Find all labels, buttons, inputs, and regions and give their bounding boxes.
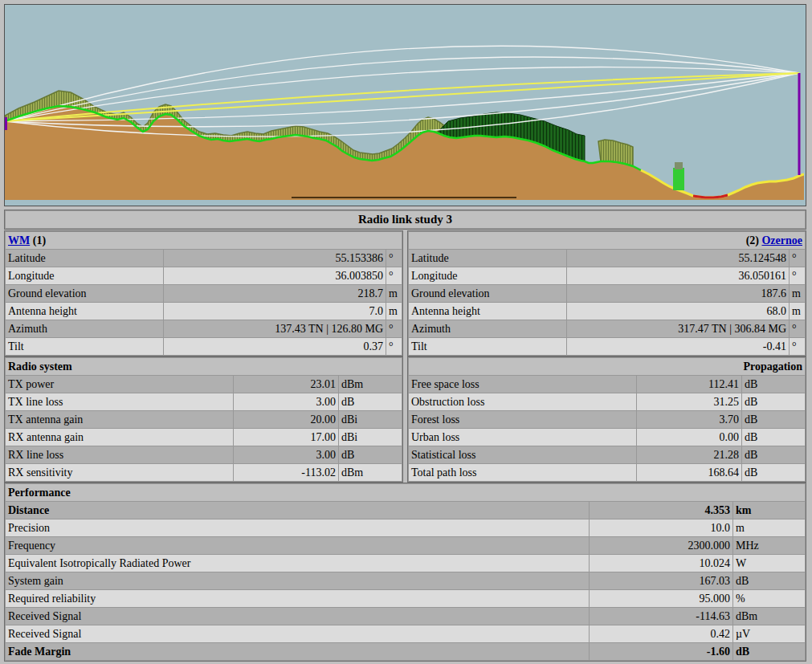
row-unit: km	[733, 502, 805, 519]
site-link-wm[interactable]: WM	[8, 234, 30, 246]
propagation-row: Obstruction loss 31.25 dB	[409, 393, 805, 410]
site-row: Tilt 0.37 °	[6, 338, 402, 355]
row-label: Tilt	[409, 338, 566, 355]
site-row: Latitude 55.124548 °	[409, 250, 805, 267]
row-label: RX sensitivity	[6, 464, 233, 481]
row-unit: °	[790, 267, 805, 284]
radio-system-row: TX line loss 3.00 dB	[6, 393, 402, 410]
row-unit: dBi	[339, 411, 402, 428]
radio-system-table: Radio system TX power 23.01 dBm TX line …	[4, 356, 403, 483]
performance-row: Frequency 2300.000 MHz	[6, 537, 805, 554]
row-value: 17.00	[234, 429, 338, 446]
row-label: Azimuth	[6, 320, 163, 337]
row-label: TX power	[6, 376, 233, 393]
row-value: 3.00	[234, 446, 338, 463]
row-unit: dB	[742, 376, 805, 393]
section-title: Performance	[6, 484, 805, 501]
row-unit: W	[733, 555, 805, 572]
row-label: RX line loss	[6, 446, 233, 463]
propagation-table: Propagation Free space loss 112.41 dB Ob…	[407, 356, 806, 483]
row-unit: °	[386, 267, 402, 284]
propagation-row: Forest loss 3.70 dB	[409, 411, 805, 428]
row-value: 187.6	[567, 285, 789, 302]
row-value: 317.47 TN | 306.84 MG	[567, 320, 789, 337]
row-label: Precision	[6, 519, 589, 536]
row-value: 4.353	[590, 502, 732, 519]
performance-row: Received Signal 0.42 µV	[6, 625, 805, 642]
row-label: Longitude	[6, 267, 163, 284]
row-value: 55.153386	[164, 250, 386, 267]
performance-row: Received Signal -114.63 dBm	[6, 608, 805, 625]
row-label: Received Signal	[6, 608, 589, 625]
site-row: Antenna height 7.0 m	[6, 303, 402, 320]
row-unit: dBi	[339, 429, 402, 446]
row-label: TX antenna gain	[6, 411, 233, 428]
row-label: Antenna height	[409, 303, 566, 320]
site-link-ozernoe[interactable]: Ozernoe	[761, 234, 802, 246]
row-value: -0.41	[567, 338, 789, 355]
performance-row: Equivalent Isotropically Radiated Power …	[6, 555, 805, 572]
terrain-profile	[5, 5, 804, 206]
row-unit: µV	[733, 625, 805, 642]
site-row: Ground elevation 187.6 m	[409, 285, 805, 302]
row-unit: m	[790, 285, 805, 302]
section-title: Propagation	[409, 358, 805, 375]
performance-table: Performance Distance 4.353 km Precision …	[4, 483, 806, 662]
site-header-right: (2) Ozernoe	[409, 232, 805, 249]
row-label: Frequency	[6, 537, 589, 554]
performance-row: System gain 167.03 dB	[6, 572, 805, 589]
row-value: 20.00	[234, 411, 338, 428]
site-row: Azimuth 137.43 TN | 126.80 MG °	[6, 320, 402, 337]
row-label: System gain	[6, 572, 589, 589]
row-value: 137.43 TN | 126.80 MG	[164, 320, 386, 337]
site-row: Longitude 36.003850 °	[6, 267, 402, 284]
title-row: Radio link study 3	[6, 211, 805, 228]
row-unit: dB	[742, 429, 805, 446]
row-value: 2300.000	[590, 537, 732, 554]
row-value: 3.70	[637, 411, 741, 428]
site-row: Latitude 55.153386 °	[6, 250, 402, 267]
radio-link-study-window: { "title": "Radio link study 3", "sites"…	[0, 0, 812, 664]
row-label: RX antenna gain	[6, 429, 233, 446]
row-unit: dB	[742, 464, 805, 481]
performance-row: Required reliability 95.000 %	[6, 590, 805, 607]
row-value: 36.003850	[164, 267, 386, 284]
propagation-row: Urban loss 0.00 dB	[409, 429, 805, 446]
radio-system-row: TX antenna gain 20.00 dBi	[6, 411, 402, 428]
row-value: -114.63	[590, 608, 732, 625]
row-value: 167.03	[590, 572, 732, 589]
row-value: 68.0	[567, 303, 789, 320]
row-unit: dB	[339, 446, 402, 463]
section-title: Radio system	[6, 358, 402, 375]
row-label: Forest loss	[409, 411, 636, 428]
site-row: Ground elevation 218.7 m	[6, 285, 402, 302]
row-value: 36.050161	[567, 267, 789, 284]
row-value: 0.42	[590, 625, 732, 642]
propagation-header: Propagation	[409, 358, 805, 375]
row-label: Latitude	[6, 250, 163, 267]
radio-system-row: RX line loss 3.00 dB	[6, 446, 402, 463]
row-value: 10.0	[590, 519, 732, 536]
row-label: Fade Margin	[6, 643, 589, 660]
row-unit: dB	[742, 393, 805, 410]
site-index: (2)	[746, 234, 759, 246]
site-row: Antenna height 68.0 m	[409, 303, 805, 320]
row-unit: MHz	[733, 537, 805, 554]
row-value: -113.02	[234, 464, 338, 481]
row-unit: °	[790, 320, 805, 337]
row-label: Longitude	[409, 267, 566, 284]
row-unit: °	[386, 338, 402, 355]
row-unit: dB	[742, 411, 805, 428]
title-table: Radio link study 3	[4, 210, 806, 230]
row-value: 10.024	[590, 555, 732, 572]
row-unit: °	[386, 320, 402, 337]
row-unit: dBm	[339, 464, 402, 481]
site-table-right: (2) Ozernoe Latitude 55.124548 ° Longitu…	[407, 230, 806, 356]
row-label: Ground elevation	[409, 285, 566, 302]
propagation-row: Free space loss 112.41 dB	[409, 376, 805, 393]
row-unit: m	[790, 303, 805, 320]
performance-row: Fade Margin -1.60 dB	[6, 643, 805, 660]
radio-system-row: RX antenna gain 17.00 dBi	[6, 429, 402, 446]
row-label: Received Signal	[6, 625, 589, 642]
row-unit: dB	[339, 393, 402, 410]
